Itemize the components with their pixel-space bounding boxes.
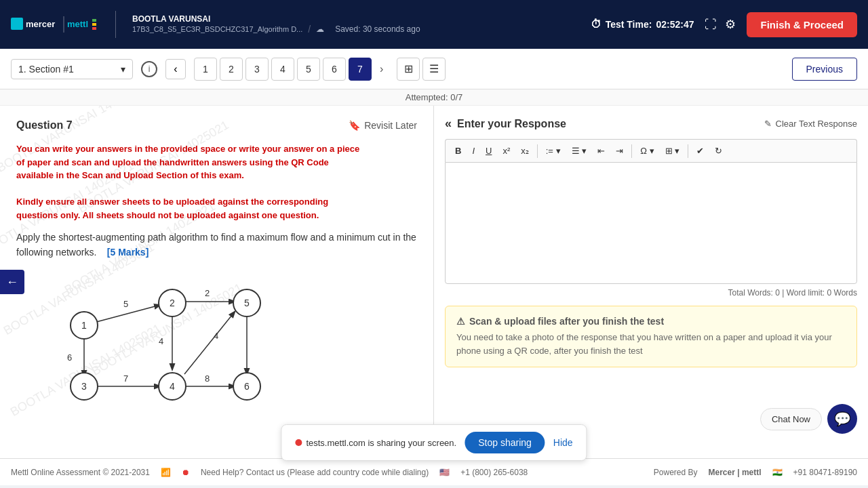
cloud-icon: ☁	[316, 24, 324, 34]
svg-text:3: 3	[81, 381, 87, 392]
svg-line-17	[184, 312, 235, 374]
footer-phone-in: +91 80471-89190	[793, 468, 857, 477]
footer-copyright: Mettl Online Assessment © 2021-2031	[11, 468, 150, 477]
svg-text:1: 1	[81, 320, 87, 331]
saved-status: Saved: 30 seconds ago	[335, 24, 420, 34]
marks-badge: [5 Marks]	[107, 247, 149, 258]
left-panel: BOOTLA VARUNSAI 14025021 BOOTLA VARUNSAI…	[0, 106, 434, 458]
nav-prev-arrow[interactable]: ‹	[165, 59, 186, 79]
footer-help: Need Help? Contact us (Please add countr…	[201, 468, 429, 477]
header-icons: ⛶ ⚙	[705, 17, 736, 32]
question-title: Question 7	[16, 119, 73, 131]
svg-text:7: 7	[123, 373, 128, 384]
subscript-button[interactable]: x₂	[517, 144, 533, 158]
special-char-button[interactable]: Ω ▾	[636, 144, 658, 158]
settings-icon[interactable]: ⚙	[725, 17, 736, 32]
chat-button[interactable]: 💬	[827, 404, 857, 434]
clear-text-response-button[interactable]: ✎ Clear Text Response	[764, 119, 857, 129]
superscript-button[interactable]: x²	[498, 144, 514, 158]
svg-rect-6	[92, 27, 96, 30]
in-flag: 🇮🇳	[772, 468, 783, 477]
clock-icon: ⏱	[591, 18, 601, 30]
svg-text:4: 4	[170, 381, 175, 392]
timer-label: Test Time:	[606, 19, 652, 30]
mercer-logo: mercer mettl	[11, 12, 99, 37]
svg-text:4: 4	[159, 336, 163, 346]
timer-value: 02:52:47	[656, 19, 694, 30]
chevron-down-icon: ▾	[121, 64, 125, 75]
expand-icon[interactable]: ⛶	[705, 18, 717, 32]
page-7[interactable]: 7	[349, 58, 372, 81]
page-2[interactable]: 2	[220, 58, 243, 81]
svg-text:8: 8	[205, 373, 210, 384]
logo-area: mercer mettl	[11, 12, 99, 37]
scan-title: ⚠ Scan & upload files after you finish t…	[456, 316, 846, 327]
grid-view-button[interactable]: ⊞	[397, 58, 420, 81]
outdent-button[interactable]: ⇤	[593, 144, 609, 158]
page-6[interactable]: 6	[323, 58, 346, 81]
footer: Mettl Online Assessment © 2021-2031 📶 ⏺ …	[0, 458, 868, 485]
rte-toolbar: B I U x² x₂ := ▾ ☰ ▾ ⇤ ⇥ Ω ▾ ⊞ ▾ ✔ ↻	[445, 139, 857, 162]
page-3[interactable]: 3	[245, 58, 269, 81]
page-1[interactable]: 1	[194, 58, 217, 81]
page-4[interactable]: 4	[271, 58, 294, 81]
view-icons: ⊞ ☰	[397, 58, 446, 81]
back-button[interactable]: ←	[0, 270, 24, 294]
eraser-icon: ✎	[764, 119, 772, 129]
svg-text:mercer: mercer	[26, 19, 55, 29]
response-text-area[interactable]	[445, 162, 857, 284]
svg-text:6: 6	[67, 352, 72, 363]
logo-divider	[115, 11, 116, 38]
footer-logo: Mercer | mettl	[709, 468, 762, 477]
section-select[interactable]: 1. Section #1 ▾	[11, 59, 133, 79]
hide-button[interactable]: Hide	[553, 437, 573, 448]
page-5[interactable]: 5	[297, 58, 320, 81]
double-chevron-icon: «	[445, 117, 452, 131]
scan-upload-box: ⚠ Scan & upload files after you finish t…	[445, 306, 857, 367]
stop-sharing-button[interactable]: Stop sharing	[465, 432, 545, 453]
toolbar-separator-2	[631, 144, 632, 158]
scan-description: You need to take a photo of the response…	[456, 331, 846, 357]
redo-button[interactable]: ↻	[711, 144, 726, 158]
revisit-later-button[interactable]: 🔖 Revisit Later	[349, 120, 417, 131]
italic-button[interactable]: I	[468, 144, 479, 158]
section-label: 1. Section #1	[18, 64, 74, 75]
timer-area: ⏱ Test Time: 02:52:47	[591, 18, 694, 30]
chat-label: Chat Now	[760, 408, 822, 430]
svg-rect-4	[92, 19, 96, 22]
main-content: ← BOOTLA VARUNSAI 14025021 BOOTLA VARUNS…	[0, 106, 868, 458]
footer-powered-by: Powered By	[654, 468, 698, 477]
share-message: tests.mettl.com is sharing your screen.	[306, 438, 456, 448]
table-button[interactable]: ⊞ ▾	[661, 144, 684, 158]
footer-phone-us: +1 (800) 265-6038	[460, 468, 528, 477]
response-header: « Enter your Response ✎ Clear Text Respo…	[445, 117, 857, 131]
page-numbers: 1 2 3 4 5 6 7	[194, 58, 372, 81]
svg-text:2: 2	[170, 298, 175, 308]
svg-text:2: 2	[205, 288, 210, 298]
question-content: You can write your answers in the provid…	[16, 142, 417, 422]
us-flag: 🇺🇸	[439, 468, 450, 477]
underline-button[interactable]: U	[481, 144, 496, 158]
test-id: 17B3_C8_S5_EC3R_BSDCHZC317_Algorithm D..…	[132, 25, 302, 33]
ordered-list-button[interactable]: := ▾	[542, 144, 565, 158]
attempted-label: Attempted: 0/7	[406, 92, 463, 102]
check-button[interactable]: ✔	[692, 144, 708, 158]
screen-share-bar: tests.mettl.com is sharing your screen. …	[281, 424, 587, 461]
info-button[interactable]: i	[141, 61, 157, 77]
nav-bar: 1. Section #1 ▾ i ‹ 1 2 3 4 5 6 7 › ⊞ ☰ …	[0, 49, 868, 89]
unordered-list-button[interactable]: ☰ ▾	[568, 144, 591, 158]
top-header: mercer mettl BOOTLA VARUNSAI 17B3_C8_S5_…	[0, 0, 868, 49]
previous-button[interactable]: Previous	[792, 58, 857, 81]
list-view-button[interactable]: ☰	[422, 58, 446, 81]
user-info: BOOTLA VARUNSAI 17B3_C8_S5_EC3R_BSDCHZC3…	[132, 14, 420, 35]
bold-button[interactable]: B	[451, 144, 465, 158]
svg-rect-0	[11, 18, 23, 30]
network-diagram: 5 2 6 4 7 4	[16, 271, 417, 422]
share-dot	[295, 439, 302, 446]
finish-proceed-button[interactable]: Finish & Proceed	[747, 12, 857, 37]
record-icon: ⏺	[182, 468, 190, 477]
indent-button[interactable]: ⇥	[612, 144, 627, 158]
svg-text:6: 6	[244, 381, 250, 392]
toolbar-separator-3	[688, 144, 688, 158]
chat-bubble: Chat Now 💬	[760, 404, 857, 434]
